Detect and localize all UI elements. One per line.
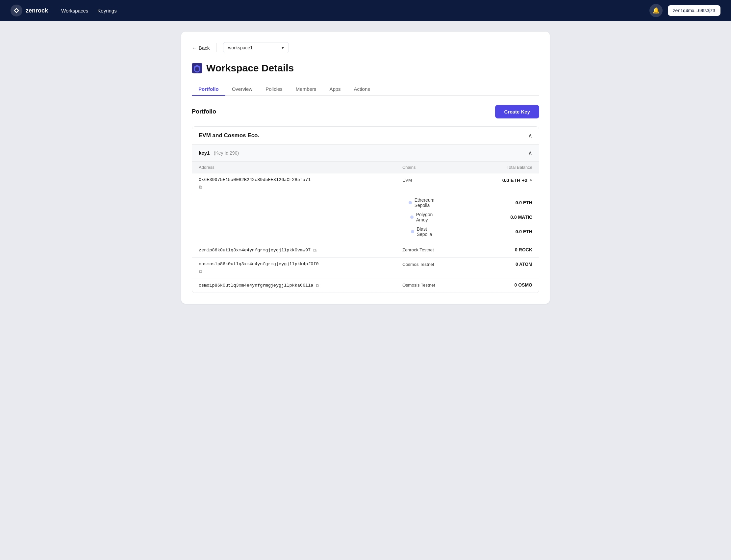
tabs-bar: Portfolio Overview Policies Members Apps… <box>192 83 539 96</box>
sub-chain-name-polygon: Polygon Amoy <box>298 212 433 222</box>
logo-text: zenrock <box>26 7 48 14</box>
zen-address-text: zen1p86k0utlq3xm4e4ynfgrmgjeygjllpkk0vmw… <box>199 248 311 253</box>
sub-chains-list: Ethereum Sepolia 0.0 ETH Polygon Amoy <box>192 194 539 243</box>
chain-cell-evm: EVM <box>396 173 469 194</box>
nav-keyrings[interactable]: Keyrings <box>97 8 116 13</box>
evm-collapse-icon[interactable]: ∧ <box>528 132 532 139</box>
portfolio-header: Portfolio Create Key <box>192 105 539 118</box>
chain-tag-cosmos: Cosmos Testnet <box>402 262 434 267</box>
wallet-address-button[interactable]: zen1q4mx...69ts3jz3 <box>668 5 720 16</box>
nav-links: Workspaces Keyrings <box>61 8 117 13</box>
tab-overview[interactable]: Overview <box>225 83 259 96</box>
zen-balance-text: 0 ROCK <box>515 247 532 252</box>
sub-chain-balance-ethereum: 0.0 ETH <box>434 200 532 205</box>
nav-workspaces[interactable]: Workspaces <box>61 8 88 13</box>
chain-cell-osmo: Osmosis Testnet <box>396 278 469 293</box>
notification-button[interactable]: 🔔 <box>649 4 663 17</box>
sub-chains-cell: Ethereum Sepolia 0.0 ETH Polygon Amoy <box>192 194 539 243</box>
main-card: ← Back workspace1 ▾ Workspace Details Po… <box>181 32 550 304</box>
navbar: zenrock Workspaces Keyrings 🔔 zen1q4mx..… <box>0 0 731 21</box>
top-bar-divider <box>216 43 216 52</box>
sub-chain-balance-polygon: 0.0 MATIC <box>433 215 532 220</box>
key-collapse-icon[interactable]: ∧ <box>528 149 532 157</box>
chain-dot-polygon <box>410 216 414 219</box>
copy-icon-cosmos[interactable]: ⧉ <box>199 268 389 274</box>
key-header: key1 (Key Id:290) ∧ <box>192 145 539 162</box>
workspace-selected-label: workspace1 <box>228 45 253 50</box>
balance-cell-cosmos: 0 ATOM <box>469 257 539 278</box>
copy-icon-evm[interactable]: ⧉ <box>199 184 389 190</box>
table-row: zen1p86k0utlq3xm4e4ynfgrmgjeygjllpkk0vmw… <box>192 243 539 257</box>
col-address: Address <box>192 162 396 173</box>
workspace-icon <box>192 63 202 73</box>
back-label: Back <box>199 45 210 51</box>
navbar-left: zenrock Workspaces Keyrings <box>11 5 117 16</box>
evm-section: EVM and Cosmos Eco. ∧ key1 (Key Id:290) … <box>192 126 539 293</box>
sub-chain-balance-blast: 0.0 ETH <box>432 229 532 234</box>
page-title-row: Workspace Details <box>192 63 539 74</box>
table-header-row: Address Chains Total Balance <box>192 162 539 173</box>
back-arrow-icon: ← <box>192 45 197 51</box>
osmo-balance-text: 0 OSMO <box>515 282 532 288</box>
chain-cell-cosmos: Cosmos Testnet <box>396 257 469 278</box>
sub-chain-blast: Blast Sepolia 0.0 ETH <box>199 224 532 239</box>
chain-tag-evm: EVM <box>402 178 412 183</box>
tab-policies[interactable]: Policies <box>259 83 289 96</box>
cosmos-address-text: cosmos1p86k0utlq3xm4e4ynfgrmgjeygjllpkk4… <box>199 262 389 267</box>
evm-address-text: 0x6E39075E15a0082B242c89d5EE8126aCF285fa… <box>199 177 389 182</box>
top-bar: ← Back workspace1 ▾ <box>192 42 539 53</box>
tab-portfolio[interactable]: Portfolio <box>192 83 225 96</box>
col-chains: Chains <box>396 162 469 173</box>
sub-chain-polygon: Polygon Amoy 0.0 MATIC <box>199 210 532 224</box>
workspace-dropdown-icon: ▾ <box>282 45 284 50</box>
page-wrapper: ← Back workspace1 ▾ Workspace Details Po… <box>168 21 563 314</box>
balance-cell-evm: 0.0 ETH +2 ∧ <box>469 173 539 194</box>
evm-balance-text: 0.0 ETH +2 <box>502 177 527 183</box>
portfolio-title: Portfolio <box>192 108 216 115</box>
logo-icon <box>11 5 22 16</box>
address-cell-evm: 0x6E39075E15a0082B242c89d5EE8126aCF285fa… <box>192 173 396 194</box>
navbar-right: 🔔 zen1q4mx...69ts3jz3 <box>649 4 720 17</box>
workspace-selector[interactable]: workspace1 ▾ <box>223 42 289 53</box>
address-cell-osmo: osmo1p86k0utlq3xm4e4ynfgrmgjeygjllpkka66… <box>192 278 396 293</box>
table-row: osmo1p86k0utlq3xm4e4ynfgrmgjeygjllpkka66… <box>192 278 539 293</box>
address-cell-cosmos: cosmos1p86k0utlq3xm4e4ynfgrmgjeygjllpkk4… <box>192 257 396 278</box>
address-cell-zen: zen1p86k0utlq3xm4e4ynfgrmgjeygjllpkk0vmw… <box>192 243 396 257</box>
address-table: Address Chains Total Balance 0x6E39075E1… <box>192 162 539 293</box>
create-key-button[interactable]: Create Key <box>495 105 539 118</box>
logo: zenrock <box>11 5 48 16</box>
page-title: Workspace Details <box>206 63 294 74</box>
tab-members[interactable]: Members <box>289 83 323 96</box>
chain-tag-zen: Zenrock Testnet <box>402 247 434 252</box>
table-row: 0x6E39075E15a0082B242c89d5EE8126aCF285fa… <box>192 173 539 194</box>
balance-expand-icon[interactable]: ∧ <box>529 178 532 182</box>
chain-tag-osmo: Osmosis Testnet <box>402 283 435 288</box>
back-button[interactable]: ← Back <box>192 45 210 51</box>
evm-section-title: EVM and Cosmos Eco. <box>199 132 259 139</box>
evm-section-header: EVM and Cosmos Eco. ∧ <box>192 127 539 145</box>
balance-cell-zen: 0 ROCK <box>469 243 539 257</box>
copy-icon-osmo[interactable]: ⧉ <box>316 283 319 289</box>
key-name: key1 <box>199 150 210 156</box>
copy-icon-zen[interactable]: ⧉ <box>313 248 316 253</box>
chain-dot-blast <box>411 230 414 233</box>
sub-chain-ethereum: Ethereum Sepolia 0.0 ETH <box>199 195 532 210</box>
cosmos-balance-text: 0 ATOM <box>516 262 532 267</box>
tab-actions[interactable]: Actions <box>347 83 377 96</box>
sub-chains-row: Ethereum Sepolia 0.0 ETH Polygon Amoy <box>192 194 539 243</box>
key-id: (Key Id:290) <box>214 150 239 156</box>
table-row: cosmos1p86k0utlq3xm4e4ynfgrmgjeygjllpkk4… <box>192 257 539 278</box>
balance-cell-osmo: 0 OSMO <box>469 278 539 293</box>
tab-apps[interactable]: Apps <box>323 83 347 96</box>
chain-cell-zen: Zenrock Testnet <box>396 243 469 257</box>
chain-dot-ethereum <box>409 201 412 204</box>
sub-chain-name-ethereum: Ethereum Sepolia <box>297 197 435 208</box>
key-name-row: key1 (Key Id:290) <box>199 150 239 156</box>
sub-chain-name-blast: Blast Sepolia <box>299 226 432 237</box>
bell-icon: 🔔 <box>652 7 660 14</box>
col-balance: Total Balance <box>469 162 539 173</box>
osmo-address-text: osmo1p86k0utlq3xm4e4ynfgrmgjeygjllpkka66… <box>199 283 313 288</box>
